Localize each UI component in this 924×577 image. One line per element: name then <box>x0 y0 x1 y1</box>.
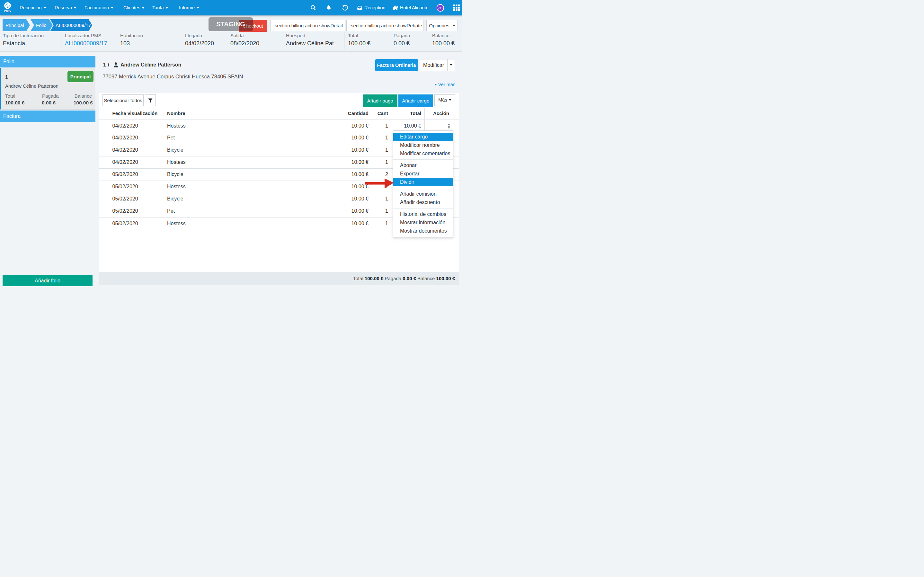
svg-text:u: u <box>7 5 8 7</box>
svg-text:AD: AD <box>438 6 443 9</box>
